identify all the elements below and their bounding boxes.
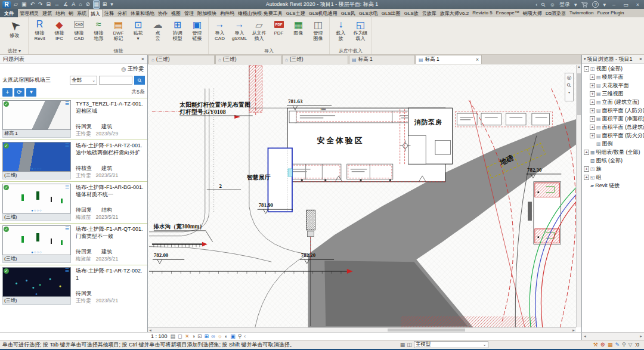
issue-list-item[interactable]: ✓ ☰ ●○○○ (三维) 场布-土护降-F1-AR-TZ-001. 途中地磅两… (0, 140, 147, 181)
tree-item[interactable]: + ◱ 组 (582, 173, 644, 181)
scrollbar-thumb[interactable] (388, 329, 465, 332)
tree-item[interactable]: + ▤ 面积平面 (防火分区面积) (582, 131, 644, 140)
undo-icon[interactable]: ↶ (30, 1, 35, 8)
item-menu-icon[interactable]: ☰ (65, 143, 69, 148)
ribbon-button[interactable]: ⊞ 协调 模型 (168, 17, 187, 42)
refresh-button[interactable]: ⟳ (14, 88, 24, 97)
expander-icon[interactable]: + (590, 133, 595, 138)
expander-icon[interactable]: + (590, 108, 595, 113)
item-menu-icon[interactable]: ☰ (65, 268, 69, 273)
view-tab[interactable]: ⌂ (三维) × (282, 55, 348, 64)
ribbon-tab[interactable]: GLS风 (339, 9, 357, 17)
ribbon-tab[interactable]: 系统 (75, 9, 88, 17)
tree-item[interactable]: + ◳ 族 (582, 165, 644, 173)
tree-item[interactable]: ▰ Revit 链接 (582, 181, 644, 190)
ribbon-tab[interactable]: GLS土建 (284, 9, 307, 17)
issue-thumbnail[interactable]: ✓ ☰ ●○○○ (2, 184, 71, 213)
sign-in-caret-icon[interactable]: ▾ (574, 2, 577, 8)
issue-search-input[interactable] (99, 76, 132, 85)
zoom-icon[interactable]: ⚲ (566, 82, 573, 89)
ribbon-button[interactable]: ▱ 从文件 插入 (249, 17, 269, 42)
drawing-canvas[interactable]: 地磅 (148, 65, 576, 327)
issue-list-item[interactable]: ✓ ☰ 标高 1 TYT3_TERZL-F1-A-TZ-001. 迎检区域 待回… (0, 98, 147, 140)
issue-thumbnail[interactable]: ✓ ☰ (2, 100, 71, 130)
ribbon-button[interactable]: ▦ 图像 (289, 17, 308, 36)
ribbon-button[interactable]: ▤ DWF 标记 (109, 17, 128, 42)
filter-button[interactable]: ▼ (26, 88, 36, 97)
ribbon-tab[interactable]: 管理 (182, 9, 196, 17)
ribbon-button[interactable]: ⊡ 贴花 ▾ (128, 17, 148, 42)
expander-icon[interactable]: + (590, 125, 595, 130)
tree-item[interactable]: + ▤ 面积平面 (净面积) (582, 114, 644, 123)
ribbon-tab[interactable]: 构件坞 (218, 9, 236, 17)
close-button[interactable]: × (634, 2, 642, 8)
text-icon[interactable]: A (72, 1, 75, 8)
search-button[interactable]: ⚲ (134, 76, 145, 85)
ribbon-tab[interactable]: GLS机电通用 (307, 9, 339, 17)
restore-button[interactable]: ▭ (622, 2, 630, 8)
tree-item[interactable]: + ▤ 天花板平面 (582, 81, 644, 89)
expander-icon[interactable]: + (584, 175, 589, 180)
ribbon-tab[interactable]: 族库大师V6.2 (438, 9, 470, 17)
scrollbar-thumb[interactable] (577, 73, 581, 115)
ribbon-tab[interactable]: Fuzor Plugin (595, 9, 626, 17)
ribbon-button[interactable]: → 导入 CAD (210, 17, 230, 42)
ribbon-tab[interactable]: 文件 (0, 9, 18, 17)
ribbon-tab[interactable]: 插入 (88, 9, 103, 17)
qat-more-icon[interactable]: ▾ (110, 1, 113, 8)
aligned-dimension-icon[interactable]: ∡ (63, 1, 68, 8)
default-3d-view-icon[interactable]: ⌂ (79, 1, 82, 8)
modify-button[interactable]: ➤ 修改 (2, 17, 27, 39)
issue-filter-select[interactable]: 全部⌄ (70, 76, 97, 85)
search-icon[interactable]: ⚲ (540, 1, 547, 8)
tree-item[interactable]: + ▤ 面积平面 (总建筑面积) (582, 123, 644, 131)
ribbon-button[interactable]: → 导入 gbXML (230, 17, 249, 42)
expander-icon[interactable]: + (590, 116, 595, 122)
ribbon-button[interactable]: ≈ 链接 地形 (89, 17, 109, 42)
expander-icon[interactable]: - (584, 66, 589, 72)
tree-item[interactable]: ▥ 图例 (582, 140, 644, 148)
vertical-scrollbar[interactable]: ▲ (576, 65, 581, 327)
crop-region-visible-icon[interactable]: ⊞ (205, 333, 209, 339)
view-tab[interactable]: ⌂ (三维) × (148, 55, 215, 64)
vcb-collapse-icon[interactable]: ‹ (244, 333, 246, 339)
expander-icon[interactable]: + (590, 75, 595, 80)
view-tab[interactable]: ▤ 标高 1 × (416, 55, 482, 64)
minimize-button[interactable]: – (610, 2, 618, 8)
user-interface-icon[interactable]: ⊞ (103, 1, 107, 8)
infocenter-collapse-icon[interactable]: ‹ (535, 2, 537, 8)
ribbon-tab[interactable]: 附加模块 (196, 9, 218, 17)
tree-item[interactable]: + ▤ 三维视图 (582, 89, 644, 98)
sign-in-label[interactable]: 登录 (559, 1, 570, 8)
panel-menu-icon[interactable]: ▾ (584, 57, 586, 61)
tree-item[interactable]: + ▤ 楼层平面 (582, 73, 644, 81)
constraints-icon[interactable]: ⚲ (238, 333, 242, 339)
tree-item[interactable]: - ◫ 视图 (全部) (582, 64, 644, 73)
view-scale[interactable]: 1 : 100 (151, 333, 168, 339)
ribbon-tab[interactable]: 视图 (169, 9, 182, 17)
ribbon-tab[interactable]: D5渲染器 (544, 9, 568, 17)
print-icon[interactable]: ⊟ (47, 1, 51, 8)
ribbon-tab[interactable]: 协作 (156, 9, 169, 17)
shadows-icon[interactable]: ◑ (192, 333, 195, 339)
ribbon-button[interactable]: ◱ 作为组 载入 (351, 17, 370, 42)
ribbon-button[interactable]: ☁ 点 云 (148, 17, 168, 42)
expander-icon[interactable]: + (584, 150, 589, 155)
view-tab[interactable]: ⌂ (三维) × (215, 55, 281, 64)
view-tab-close-icon[interactable]: × (476, 57, 479, 63)
ribbon-tab[interactable]: 分析 (116, 9, 129, 17)
expander-icon[interactable]: + (590, 91, 595, 97)
issue-list-item[interactable]: ✓ ☰ ● (三维) 场布-土护降-F1-AR-TZ-002. 1 待回复 (0, 265, 147, 306)
ribbon-tab[interactable]: GLS出图 (380, 9, 402, 17)
issue-thumbnail[interactable]: ✓ ☰ ● (2, 267, 71, 297)
horizontal-scrollbar[interactable]: ◄ ► (148, 327, 576, 332)
visual-style-icon[interactable]: ◻ (178, 333, 182, 339)
reveal-hidden-icon[interactable]: ☼ (218, 333, 222, 339)
ribbon-tab[interactable]: Enscape™ (494, 9, 521, 17)
measure-icon[interactable]: ↔ (54, 1, 60, 8)
issue-list-item[interactable]: ✓ ☰ ●○○○ (三维) 场布-土护降-F1-AR-QT-001. 门窗类型不… (0, 223, 147, 265)
design-options-icon[interactable]: ◫ (407, 342, 412, 348)
item-menu-icon[interactable]: ☰ (65, 184, 69, 190)
ribbon-tab[interactable]: 云族库 (420, 9, 438, 17)
item-menu-icon[interactable]: ☰ (65, 226, 69, 231)
